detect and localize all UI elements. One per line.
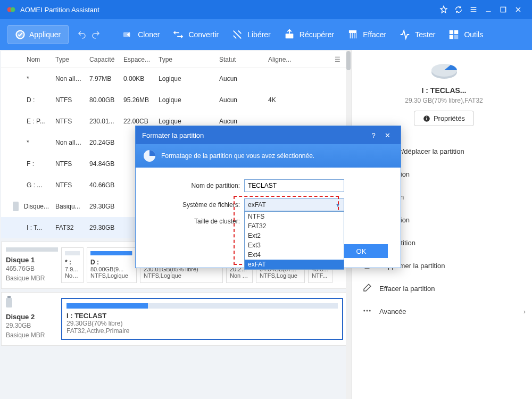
chevron-right-icon: › [523,307,526,315]
apply-button[interactable]: Appliquer [7,25,69,44]
tool-tester[interactable]: Tester [394,26,440,44]
filesystem-select[interactable]: exFAT▼ [244,198,344,211]
svg-point-21 [369,310,371,312]
operation-item[interactable]: Effacer la partition [361,277,527,300]
titlebar: AOMEI Partition Assistant [0,0,532,19]
fs-option[interactable]: Ext2 [245,231,344,240]
cluster-size-label: Taille de cluster: [148,218,244,225]
fs-option[interactable]: Ext3 [245,240,344,250]
op-icon [362,283,372,294]
tester-icon [399,29,411,40]
svg-rect-6 [450,30,453,34]
col-type[interactable]: Type [52,56,86,63]
undo-icon[interactable] [77,30,87,39]
tool-convertir[interactable]: Convertir [167,26,224,44]
chevron-down-icon: ▼ [335,202,340,208]
modal-close-button[interactable]: ✕ [380,131,394,139]
modal-title: Formater la partition [142,131,367,139]
app-logo-icon [6,5,16,14]
col-cap[interactable]: Capacité [86,56,120,63]
liberer-icon [231,29,243,40]
tool-recuperer[interactable]: Récupérer [278,26,339,44]
svg-rect-7 [454,30,458,34]
fs-option[interactable]: NTFS [245,212,344,221]
side-sub: 29.30 GB(70% libre),FAT32 [405,97,483,104]
properties-button[interactable]: i Propriétés [414,111,474,126]
effacer-icon [347,29,359,40]
tool-outils[interactable]: Outils [443,26,488,44]
tool-effacer[interactable]: Effacer [342,26,392,44]
svg-point-1 [11,7,15,12]
cloner-icon [122,29,134,40]
refresh-icon[interactable] [451,2,466,17]
filesystem-dropdown: NTFSFAT32Ext2Ext3Ext4exFAT [244,211,344,270]
modal-help-button[interactable]: ? [367,131,380,139]
window-title: AOMEI Partition Assistant [20,6,436,14]
partition-name-input[interactable] [244,179,344,192]
fs-option[interactable]: FAT32 [245,221,344,231]
svg-rect-5 [285,34,293,38]
minimize-button[interactable] [481,2,496,17]
star-icon[interactable] [436,2,451,17]
apply-label: Appliquer [29,30,61,39]
table-row[interactable]: D :NTFS80.00GB95.26MBLogiqueAucun4K [1,89,348,111]
partition-block[interactable]: D :80.00GB(9...NTFS,Logique [87,247,137,283]
col-esp[interactable]: Espace... [120,56,155,63]
modal-banner: Formatage de la partition que vous avez … [136,144,401,168]
svg-rect-9 [454,35,458,39]
outils-icon [448,29,460,40]
partition-name-label: Nom de partition: [148,182,244,189]
operation-item[interactable]: Avancée› [361,300,527,323]
convertir-icon [172,29,184,40]
check-icon [15,30,25,39]
format-icon [143,149,156,162]
svg-point-20 [367,310,368,312]
partition-block-selected[interactable]: I : TECLAST29.30GB(70% libre)FAT32,Activ… [61,298,343,340]
disk-card: Disque 229.30GBBasique MBRI : TECLAST29.… [1,292,348,346]
recuperer-icon [284,29,295,40]
format-partition-dialog: Formater la partition ? ✕ Formatage de l… [135,126,401,268]
op-icon [362,306,372,317]
fs-option[interactable]: Ext4 [245,250,344,260]
filesystem-label: Système de fichiers: [148,201,244,209]
col-align[interactable]: Aligne... [265,56,297,63]
fs-option[interactable]: exFAT [245,260,344,269]
svg-rect-8 [450,35,453,39]
pie-chart-icon [429,60,459,81]
col-ptype[interactable]: Type [155,56,216,63]
table-row[interactable]: *Non allo...7.97MB0.00KBLogiqueAucun [1,68,348,89]
close-button[interactable] [511,2,526,17]
side-title: I : TECLAS... [422,86,467,95]
svg-point-19 [363,310,365,312]
tool-liberer[interactable]: Libérer [226,26,276,44]
redo-icon[interactable] [91,30,101,39]
col-nom[interactable]: Nom [1,56,52,63]
maximize-button[interactable] [496,2,511,17]
menu-icon[interactable] [466,2,481,17]
modal-body: Nom de partition: Système de fichiers: e… [136,168,401,244]
modal-titlebar: Formater la partition ? ✕ [136,126,401,144]
partition-block[interactable]: * :7.9...Non... [61,247,84,283]
info-icon: i [423,115,430,122]
tool-cloner[interactable]: Cloner [117,26,165,44]
svg-rect-2 [501,7,505,12]
svg-text:i: i [426,116,427,121]
table-header: Nom Type Capacité Espace... Type Statut … [1,51,348,68]
col-stat[interactable]: Statut [216,56,265,63]
toolbar: Appliquer Cloner Convertir Libérer Récup… [0,19,532,50]
